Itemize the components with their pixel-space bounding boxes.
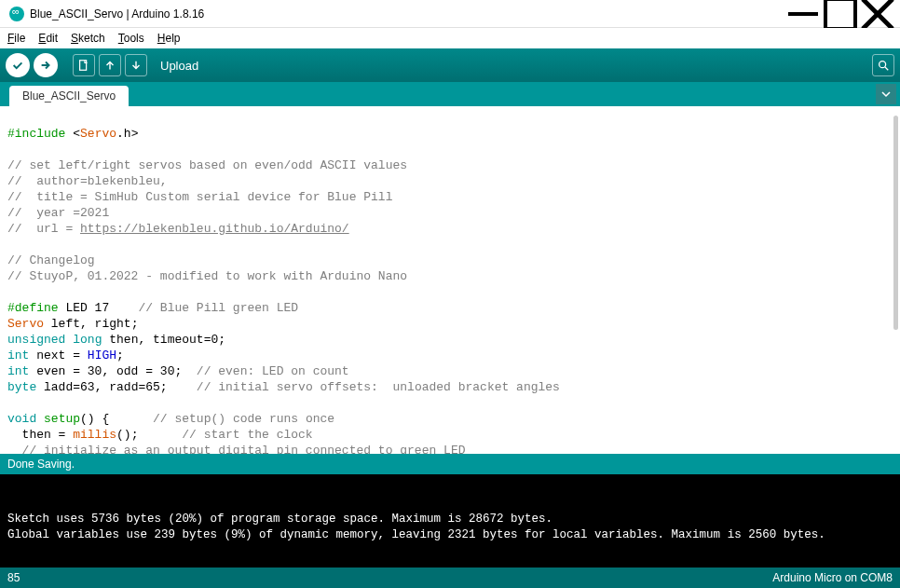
code-func: setup [44,412,80,426]
code-comment: // Changelog [7,253,95,267]
menubar: File Edit Sketch Tools Help [0,28,900,48]
code-keyword: long [73,333,102,347]
footer-status: 85 Arduino Micro on COM8 [0,567,900,588]
code-comment: // initial servo offsets: unloaded brack… [197,380,560,394]
verify-button[interactable] [6,53,30,77]
code-keyword: byte [7,380,36,394]
code-url: https://blekenbleu.github.io/Arduino/ [80,222,349,236]
tab-menu-button[interactable] [876,84,896,104]
minimize-button[interactable] [784,0,822,28]
svg-rect-4 [80,61,87,71]
menu-file[interactable]: File [4,30,29,47]
open-button[interactable] [99,54,121,76]
code-text: < [73,127,80,141]
code-text: ; [116,349,124,362]
code-comment: // initialize as an output digital pin c… [7,444,465,454]
upload-button[interactable] [34,53,58,77]
code-comment: // StuyoP, 01.2022 - modified to work wi… [7,269,407,283]
code-editor[interactable]: #include <Servo.h> // set left/right ser… [0,106,900,454]
chevron-down-icon [880,89,892,100]
svg-rect-1 [825,0,855,29]
editor-scrollbar[interactable] [893,116,898,330]
code-text: then = [7,428,73,442]
code-keyword: unsigned [7,333,65,347]
menu-tools[interactable]: Tools [115,30,148,47]
code-comment: // year =2021 [7,206,109,220]
maximize-button[interactable] [822,0,859,28]
new-button[interactable] [73,54,95,76]
code-comment: // setup() code runs once [153,412,334,426]
code-constant: HIGH [88,349,116,362]
console-line: Sketch uses 5736 bytes (20%) of program … [7,513,552,526]
code-text: left, right; [44,317,138,331]
code-comment: // set left/right servos based on even/o… [7,158,407,172]
code-keyword: void [7,412,36,426]
serial-monitor-icon [877,59,890,72]
board-info: Arduino Micro on COM8 [772,571,893,584]
arrow-up-icon [103,59,116,72]
code-keyword: #define [7,301,59,315]
code-comment: // even: LED on count [197,364,349,378]
code-text: () { [80,412,153,426]
arrow-right-icon [39,59,52,72]
code-comment: // start the clock [182,428,312,442]
svg-line-6 [885,67,889,71]
code-keyword: int [7,349,29,362]
code-keyword: #include [7,127,73,141]
code-comment: // title = SimHub Custom serial device f… [7,190,392,204]
line-number: 85 [7,571,20,584]
check-icon [11,59,24,72]
code-comment: // author=blekenbleu, [7,174,168,188]
code-text: (); [116,428,182,442]
toolbar: Upload [0,48,900,82]
toolbar-label: Upload [160,59,198,73]
code-text: .h> [116,127,138,141]
code-text: then, timeout=0; [102,333,225,347]
window-title: Blue_ASCII_Servo | Arduino 1.8.16 [30,7,204,21]
new-file-icon [77,59,90,72]
titlebar: Blue_ASCII_Servo | Arduino 1.8.16 [0,0,900,28]
svg-point-5 [880,62,886,68]
save-button[interactable] [125,54,147,76]
status-message: Done Saving. [7,458,75,471]
serial-monitor-button[interactable] [872,54,894,76]
sketch-tab[interactable]: Blue_ASCII_Servo [9,86,129,106]
code-type: Servo [80,127,116,141]
code-comment: // url = [7,222,80,236]
status-bar: Done Saving. [0,454,900,474]
code-text: ladd=63, radd=65; [36,380,197,394]
tabstrip: Blue_ASCII_Servo [0,82,900,106]
code-text: next = [29,349,87,362]
code-func: millis [73,428,116,442]
arrow-down-icon [130,59,143,72]
menu-sketch[interactable]: Sketch [67,30,109,47]
arduino-app-icon [9,7,24,21]
close-button[interactable] [859,0,896,28]
code-keyword: int [7,364,29,378]
menu-help[interactable]: Help [154,30,184,47]
code-text: even = 30, odd = 30; [29,364,196,378]
code-text [36,412,44,426]
menu-edit[interactable]: Edit [34,30,61,47]
console[interactable]: Sketch uses 5736 bytes (20%) of program … [0,474,900,567]
code-type: Servo [7,317,44,331]
code-text: LED 17 [59,301,139,315]
console-line: Global variables use 239 bytes (9%) of d… [7,528,825,541]
code-comment: // Blue Pill green LED [138,301,298,315]
